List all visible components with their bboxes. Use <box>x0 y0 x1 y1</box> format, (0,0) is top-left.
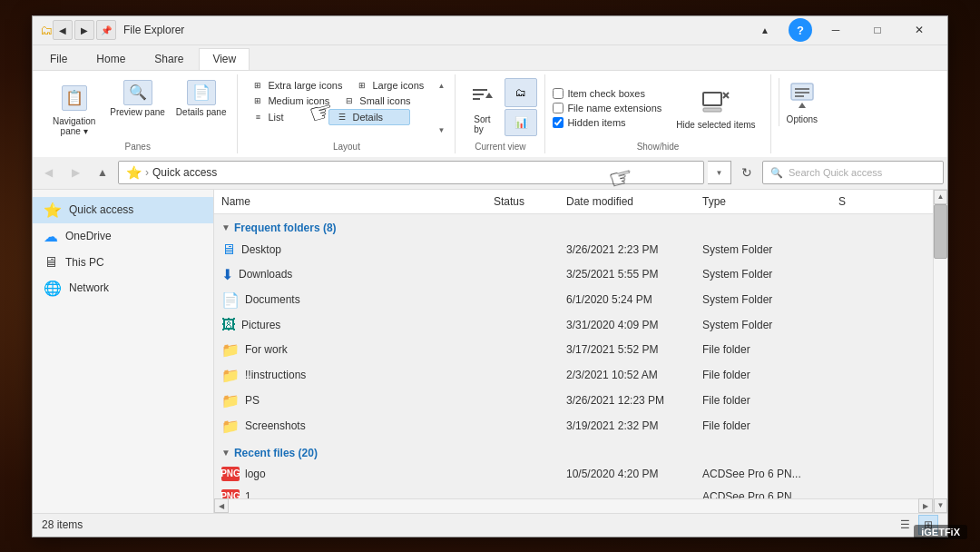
table-row[interactable]: 🖼 Pictures 3/31/2020 4:09 PM System Fold… <box>214 313 933 338</box>
layout-details[interactable]: ☰ Details <box>328 109 410 125</box>
file-type-for-work: File folder <box>695 342 831 357</box>
sort-by-button[interactable]: Sortby <box>463 78 501 136</box>
sidebar-item-this-pc[interactable]: 🖥 This PC <box>33 250 213 275</box>
options-button[interactable]: Options <box>779 78 825 126</box>
preview-pane-button[interactable]: 🔍 Preview pane <box>106 78 169 119</box>
scroll-track[interactable] <box>934 204 947 498</box>
table-row[interactable]: PNG 1 ACDSee Pro 6 PN... <box>214 486 933 498</box>
layout-large[interactable]: ⊞ Large icons <box>349 78 431 93</box>
file-status-pictures <box>486 324 559 326</box>
sidebar-item-onedrive[interactable]: ☁ OneDrive <box>33 223 213 250</box>
hidden-items-checkbox[interactable]: Hidden items <box>553 116 662 129</box>
forward-title-btn[interactable]: ▶ <box>74 20 94 40</box>
close-button[interactable]: ✕ <box>898 15 940 44</box>
address-bar: ◀ ▶ ▲ ⭐ › Quick access ▼ ↻ 🔍 Search Quic… <box>33 157 947 190</box>
pin-title-btn[interactable]: 📌 <box>96 20 116 40</box>
file-date-logo: 10/5/2020 4:20 PM <box>559 467 695 481</box>
col-status[interactable]: Status <box>486 193 559 210</box>
frequent-folders-header[interactable]: ▼ Frequent folders (8) <box>214 214 933 238</box>
address-dropdown-button[interactable]: ▼ <box>708 161 731 184</box>
add-columns-button[interactable]: 📊 <box>505 109 537 136</box>
table-row[interactable]: 📁 !!instructions 2/3/2021 10:52 AM File … <box>214 363 933 389</box>
col-date-modified[interactable]: Date modified <box>559 193 695 210</box>
svg-rect-7 <box>703 108 721 112</box>
table-row[interactable]: 🖥 Desktop 3/26/2021 2:23 PM System Folde… <box>214 238 933 262</box>
forward-button[interactable]: ▶ <box>64 161 87 184</box>
file-name-extensions-input[interactable] <box>553 103 564 113</box>
search-placeholder: Search Quick access <box>789 167 882 178</box>
tab-file[interactable]: File <box>36 48 81 70</box>
ribbon-collapse-btn[interactable]: ▲ <box>744 15 786 44</box>
back-title-btn[interactable]: ◀ <box>53 20 73 40</box>
scroll-thumb[interactable] <box>934 204 947 259</box>
item-check-boxes-checkbox[interactable]: Item check boxes <box>553 87 662 100</box>
layout-row-3: ≡ List ☰ Details <box>245 109 431 125</box>
tab-view[interactable]: View <box>199 48 250 70</box>
details-pane-button[interactable]: 📄 Details pane <box>172 78 230 119</box>
layout-scroll-down[interactable]: ▼ <box>435 126 447 134</box>
logo-file-icon: PNG <box>221 467 240 481</box>
hscroll-track[interactable] <box>229 499 918 513</box>
sidebar-item-network[interactable]: 🌐 Network <box>33 275 213 301</box>
scroll-down-arrow[interactable]: ▼ <box>934 498 947 513</box>
table-row[interactable]: 📁 PS 3/26/2021 12:23 PM File folder <box>214 389 933 414</box>
col-name[interactable]: Name <box>214 193 486 210</box>
preview-pane-icon: 🔍 <box>123 80 152 105</box>
layout-group-label: Layout <box>245 140 447 153</box>
status-bar: 28 items ☰ ⊞ <box>33 513 947 537</box>
tab-home[interactable]: Home <box>83 48 139 70</box>
file-area: Name Status Date modified Type S ▼ Frequ… <box>214 190 933 513</box>
col-type[interactable]: Type <box>695 193 831 210</box>
table-row[interactable]: 📁 For work 3/17/2021 5:52 PM File folder <box>214 338 933 363</box>
file-name-for-work: 📁 For work <box>214 340 486 360</box>
layout-list[interactable]: ≡ List <box>245 109 327 125</box>
file-date-pictures: 3/31/2020 4:09 PM <box>559 318 695 332</box>
minimize-button[interactable]: ─ <box>815 15 857 44</box>
hscroll-right-arrow[interactable]: ▶ <box>918 498 933 513</box>
tab-share[interactable]: Share <box>141 48 197 70</box>
hide-selected-button[interactable]: Hide selected items <box>669 84 762 132</box>
table-row[interactable]: 📄 Documents 6/1/2020 5:24 PM System Fold… <box>214 288 933 313</box>
navigation-pane-button[interactable]: 📋 Navigationpane ▾ <box>45 78 103 138</box>
sidebar-item-quick-access[interactable]: ⭐ Quick access <box>33 197 213 223</box>
file-type-desktop: System Folder <box>695 242 831 257</box>
recent-files-header[interactable]: ▼ Recent files (20) <box>214 439 933 463</box>
file-name-extensions-checkbox[interactable]: File name extensions <box>553 102 662 114</box>
maximize-button[interactable]: □ <box>857 15 898 44</box>
file-name-logo: PNG logo <box>214 466 486 482</box>
one-file-icon: PNG <box>221 489 240 498</box>
horizontal-scrollbar[interactable]: ◀ ▶ <box>214 498 933 513</box>
hscroll-left-arrow[interactable]: ◀ <box>214 498 229 513</box>
layout-section: ⊞ Extra large icons ⊞ Large icons ⊞ Medi… <box>245 78 431 138</box>
refresh-button[interactable]: ↻ <box>735 161 759 184</box>
frequent-chevron-icon: ▼ <box>221 222 230 232</box>
table-row[interactable]: ⬇ Downloads 3/25/2021 5:55 PM System Fol… <box>214 262 933 288</box>
layout-content: ⊞ Extra large icons ⊞ Large icons ⊞ Medi… <box>245 74 447 140</box>
help-button[interactable]: ? <box>789 18 812 42</box>
col-s[interactable]: S <box>831 193 849 210</box>
layout-medium[interactable]: ⊞ Medium icons <box>245 94 335 108</box>
vertical-scrollbar[interactable]: ▲ ▼ <box>933 190 947 513</box>
file-list-scroll[interactable]: ▼ Frequent folders (8) 🖥 Desktop 3/26/20… <box>214 214 933 498</box>
sort-by-label: Sortby <box>474 114 490 134</box>
layout-extra-large[interactable]: ⊞ Extra large icons <box>245 78 348 93</box>
address-path[interactable]: ⭐ › Quick access <box>118 161 704 184</box>
search-box[interactable]: 🔍 Search Quick access <box>762 161 944 184</box>
table-row[interactable]: PNG logo 10/5/2020 4:20 PM ACDSee Pro 6 … <box>214 463 933 486</box>
scroll-up-arrow[interactable]: ▲ <box>934 190 947 204</box>
details-view-toggle[interactable]: ☰ <box>895 515 915 535</box>
layout-scroll-up[interactable]: ▲ <box>435 82 447 90</box>
table-row[interactable]: 📁 Screenshots 3/19/2021 2:32 PM File fol… <box>214 414 933 439</box>
onedrive-label: OneDrive <box>65 230 112 242</box>
group-by-button[interactable]: 🗂 <box>505 78 537 107</box>
back-button[interactable]: ◀ <box>36 161 60 184</box>
layout-small[interactable]: ⊟ Small icons <box>337 94 418 108</box>
file-name-1: PNG 1 <box>214 488 486 498</box>
ribbon-group-current-view: Sortby 🗂 📊 Current view <box>456 74 545 153</box>
item-check-boxes-input[interactable] <box>553 88 564 99</box>
watermark: iGETFiX <box>914 525 967 539</box>
hidden-items-input[interactable] <box>553 117 564 128</box>
options-label: Options <box>787 114 818 124</box>
up-button[interactable]: ▲ <box>91 161 114 184</box>
instructions-folder-icon: 📁 <box>221 367 240 384</box>
